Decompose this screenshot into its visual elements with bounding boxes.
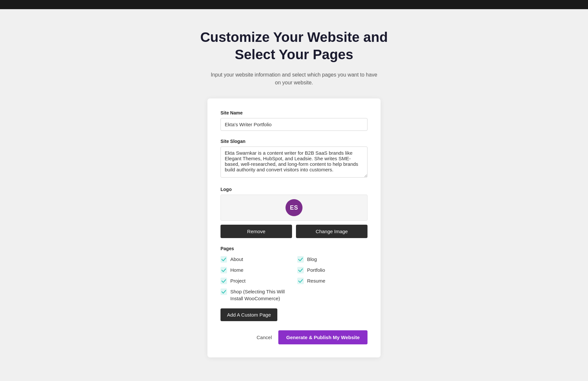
remove-logo-button[interactable]: Remove	[220, 225, 292, 238]
site-name-input[interactable]	[220, 118, 368, 131]
logo-preview: ES	[220, 195, 368, 221]
page-item-shop: Shop (Selecting This Will Install WooCom…	[220, 288, 291, 302]
add-custom-page-button[interactable]: Add A Custom Page	[220, 308, 277, 321]
page-project-label: Project	[230, 277, 246, 284]
check-icon-portfolio	[297, 267, 304, 273]
site-name-label: Site Name	[220, 110, 368, 115]
cancel-button[interactable]: Cancel	[255, 331, 273, 343]
page-about-label: About	[230, 256, 243, 263]
page-item-home: Home	[220, 267, 291, 273]
logo-group: Logo ES Remove Change Image	[220, 187, 368, 238]
change-image-button[interactable]: Change Image	[296, 225, 368, 238]
check-icon-home	[220, 267, 227, 273]
page-shop-label: Shop (Selecting This Will Install WooCom…	[230, 288, 291, 302]
logo-label: Logo	[220, 187, 368, 192]
logo-avatar: ES	[286, 199, 302, 216]
page-item-about: About	[220, 256, 291, 263]
pages-label: Pages	[220, 246, 368, 251]
action-row: Cancel Generate & Publish My Website	[220, 330, 368, 344]
page-portfolio-label: Portfolio	[307, 267, 325, 273]
check-icon-blog	[297, 256, 304, 263]
page-subtitle: Input your website information and selec…	[209, 71, 379, 87]
page-title: Customize Your Website and Select Your P…	[196, 29, 392, 63]
pages-grid: About Blog	[220, 256, 368, 302]
page-home-label: Home	[230, 267, 243, 273]
form-card: Site Name Site Slogan Logo ES Remove Cha…	[207, 98, 381, 357]
pages-section: Pages About	[220, 246, 368, 330]
site-name-group: Site Name	[220, 110, 368, 131]
top-bar	[0, 0, 588, 9]
page-wrapper: Customize Your Website and Select Your P…	[0, 9, 588, 357]
page-resume-label: Resume	[307, 277, 325, 284]
site-slogan-input[interactable]	[220, 147, 368, 178]
site-slogan-label: Site Slogan	[220, 139, 368, 144]
check-icon-about	[220, 256, 227, 263]
page-item-resume: Resume	[297, 277, 368, 284]
page-item-portfolio: Portfolio	[297, 267, 368, 273]
check-icon-shop	[220, 288, 227, 295]
page-item-project: Project	[220, 277, 291, 284]
page-item-blog: Blog	[297, 256, 368, 263]
check-icon-project	[220, 278, 227, 284]
page-blog-label: Blog	[307, 256, 317, 263]
check-icon-resume	[297, 278, 304, 284]
site-slogan-group: Site Slogan	[220, 139, 368, 179]
publish-button[interactable]: Generate & Publish My Website	[278, 330, 368, 344]
logo-buttons: Remove Change Image	[220, 225, 368, 238]
logo-avatar-text: ES	[290, 204, 298, 211]
